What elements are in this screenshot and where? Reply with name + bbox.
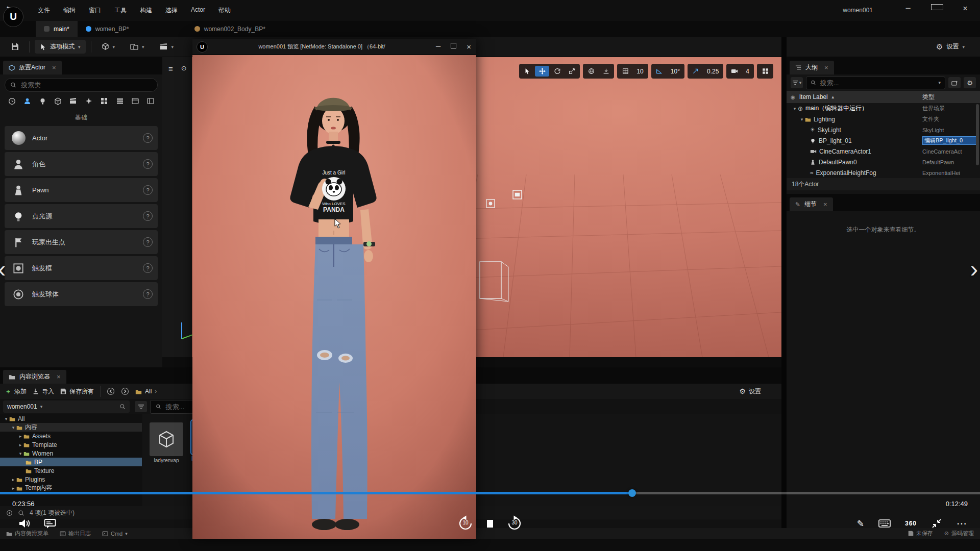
camera-sprite-icon[interactable] — [512, 190, 522, 199]
lights-category-icon[interactable] — [36, 95, 49, 107]
panels-category-icon[interactable] — [144, 95, 157, 107]
row-type-editing[interactable]: 编辑BP_light_0 — [922, 136, 977, 145]
output-log-button[interactable]: 输出日志 — [60, 530, 91, 537]
maximize-icon[interactable] — [931, 4, 942, 13]
expander-icon[interactable]: ▸ — [10, 477, 16, 482]
outliner-row-bp-light[interactable]: BP_light_01 编辑BP_light_0 — [787, 135, 980, 146]
collection-root-dropdown[interactable]: women001 ▾ — [3, 400, 130, 413]
place-item-character[interactable]: 角色 ? — [5, 152, 158, 176]
add-actor-dropdown[interactable]: ▾ — [96, 40, 120, 53]
outliner-row-main[interactable]: ▾ ⊕ main（编辑器中运行） 世界场景 — [787, 103, 980, 114]
path-breadcrumb[interactable]: All › — [135, 388, 157, 395]
select-tool[interactable] — [520, 66, 534, 77]
video-progress-track[interactable] — [0, 492, 980, 494]
tree-item-texture[interactable]: Texture — [0, 466, 142, 475]
place-actors-search[interactable] — [5, 78, 158, 92]
preview-titlebar[interactable]: U women001 预览 [NetMode: Standalone 0] （6… — [192, 39, 476, 55]
close-icon[interactable]: × — [467, 42, 471, 51]
tree-item-content[interactable]: ▾ 内容 — [0, 423, 142, 432]
save-all-button[interactable]: 保存所有 — [60, 387, 94, 396]
help-icon[interactable]: ? — [143, 211, 153, 221]
history-back-button[interactable] — [107, 387, 115, 395]
exit-fullscreen-button[interactable] — [931, 518, 942, 529]
rotate-tool[interactable] — [550, 66, 564, 77]
expander-icon[interactable]: ▾ — [17, 451, 23, 456]
expander-icon[interactable]: ▾ — [792, 106, 798, 111]
outliner-row-defaultpawn[interactable]: DefaultPawn0 DefaultPawn — [787, 157, 980, 167]
outliner-tab[interactable]: 大纲 × — [790, 61, 834, 74]
place-item-trigger-sphere[interactable]: 触发球体 ? — [5, 282, 158, 306]
content-browser-tab[interactable]: 内容浏览器 × — [3, 370, 66, 384]
menu-build[interactable]: 构建 — [140, 6, 152, 15]
minimize-icon[interactable]: ─ — [902, 4, 914, 13]
tree-item-women[interactable]: ▾ Women — [0, 449, 142, 458]
tab-women002-body-bp[interactable]: women002_Body_BP* — [186, 21, 274, 37]
shapes-category-icon[interactable] — [52, 95, 65, 107]
world-space-toggle[interactable] — [584, 66, 598, 77]
help-icon[interactable]: ? — [143, 185, 153, 195]
menu-actor[interactable]: Actor — [191, 6, 205, 15]
help-icon[interactable]: ? — [143, 237, 153, 247]
pause-button[interactable] — [487, 520, 493, 528]
menu-window[interactable]: 窗口 — [89, 6, 101, 15]
settings-dropdown[interactable]: ⚙ 设置 ▾ — [931, 40, 970, 54]
new-outliner-button[interactable] — [948, 77, 961, 88]
scale-snap-value[interactable]: 0.25 — [703, 68, 722, 75]
import-button[interactable]: 导入 — [33, 387, 54, 396]
type-column[interactable]: 类型 — [922, 93, 973, 102]
forward-button[interactable]: 30 — [506, 515, 523, 532]
grid-snap-toggle[interactable] — [618, 66, 632, 77]
expander-icon[interactable]: ▾ — [10, 425, 16, 430]
scale-snap-toggle[interactable] — [689, 66, 703, 77]
expander-icon[interactable]: ▸ — [17, 442, 23, 447]
content-settings-button[interactable]: ⚙ 设置 — [739, 387, 761, 396]
details-tab[interactable]: ✎ 细节 × — [790, 197, 833, 211]
close-icon[interactable]: × — [57, 373, 61, 381]
outliner-row-lighting[interactable]: ▾ Lighting 文件夹 — [787, 114, 980, 124]
geometry-category-icon[interactable] — [97, 95, 111, 107]
volumes-category-icon[interactable] — [113, 95, 126, 107]
recently-placed-icon[interactable] — [5, 95, 18, 107]
menu-select[interactable]: 选择 — [165, 6, 178, 15]
panel-divider[interactable] — [781, 37, 787, 539]
rotation-snap-toggle[interactable] — [652, 66, 667, 77]
viewport-perspective-icon[interactable]: ⊙ — [181, 64, 187, 73]
preview-viewport[interactable]: Just a Girl Who LOVES PANDA — [192, 55, 476, 539]
place-item-pawn[interactable]: Pawn ? — [5, 178, 158, 202]
close-icon[interactable]: × — [824, 64, 828, 71]
cinematics-dropdown[interactable]: ▾ — [155, 41, 179, 53]
menu-tools[interactable]: 工具 — [114, 6, 127, 15]
scale-tool[interactable] — [565, 66, 579, 77]
subtitle-button[interactable] — [44, 518, 56, 529]
outliner-search[interactable]: ▾ — [806, 77, 945, 89]
move-tool[interactable] — [535, 66, 549, 77]
next-video-arrow[interactable]: › — [970, 255, 978, 283]
tree-item-plugins[interactable]: ▸ Plugins — [0, 475, 142, 484]
filters-button[interactable] — [135, 401, 147, 412]
blueprints-dropdown[interactable]: ▾ — [125, 41, 150, 53]
expander-icon[interactable]: ▸ — [10, 486, 16, 491]
help-icon[interactable]: ? — [143, 263, 153, 273]
search-input[interactable] — [20, 81, 152, 89]
asset-tile[interactable]: ladyrenvap — [150, 422, 183, 463]
outliner-search-input[interactable] — [819, 79, 936, 87]
menu-edit[interactable]: 编辑 — [63, 6, 76, 15]
place-item-player-start[interactable]: 玩家出生点 ? — [5, 230, 158, 254]
close-icon[interactable]: × — [960, 4, 971, 13]
cmd-console-input[interactable]: Cmd ▾ — [102, 531, 128, 537]
outliner-row-heightfog[interactable]: ≈ ExponentialHeightFog ExponentialHei — [787, 167, 980, 178]
expander-icon[interactable]: ▾ — [799, 117, 805, 122]
place-actors-tab[interactable]: 放置Actor × — [3, 61, 62, 74]
editor-mode-dropdown[interactable]: 选项模式 ▾ — [35, 40, 86, 54]
keyboard-button[interactable] — [878, 519, 891, 528]
outliner-filters-button[interactable]: ▾ — [791, 77, 803, 88]
item-label-column[interactable]: Item Label — [799, 93, 828, 101]
visibility-column-icon[interactable]: ◉ — [791, 94, 795, 100]
grid-snap-value[interactable]: 10 — [633, 68, 647, 75]
tab-women-bp[interactable]: women_BP* — [78, 21, 137, 37]
menu-help[interactable]: 帮助 — [218, 6, 231, 15]
outliner-settings-icon[interactable]: ⚙ — [964, 77, 976, 88]
light-sprite-icon[interactable] — [486, 199, 495, 208]
viewport-options-icon[interactable]: ≡ — [168, 64, 173, 73]
expander-icon[interactable]: ▾ — [3, 416, 9, 421]
